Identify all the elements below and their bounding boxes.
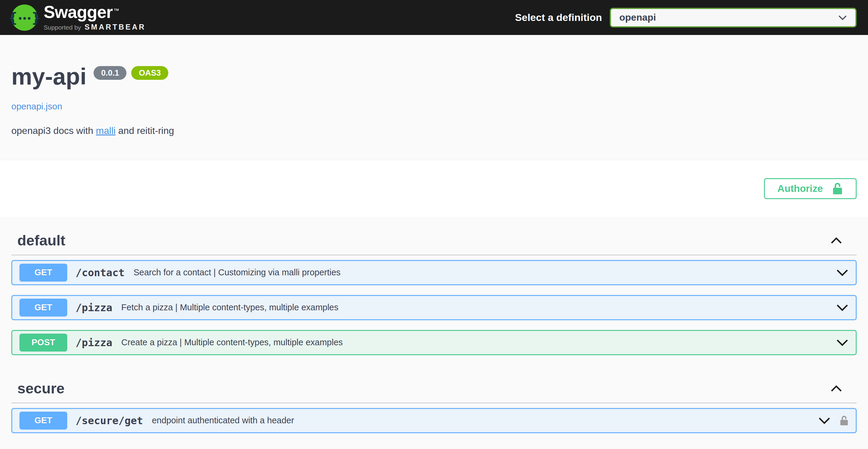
description-text: openapi3 docs with [11, 125, 96, 136]
page-title: my-api [11, 65, 86, 88]
collapse-section-button[interactable] [830, 385, 842, 392]
spec-url-link[interactable]: openapi.json [11, 101, 62, 112]
description-text: and reitit-ring [116, 125, 174, 136]
http-method-badge: GET [20, 299, 67, 317]
operation-path-link[interactable]: /pizza [75, 337, 113, 349]
chevron-down-icon[interactable] [836, 304, 848, 311]
authorize-label: Authorize [777, 183, 823, 194]
brand-text: Swagger™ Supported by SMARTBEAR [44, 4, 146, 31]
malli-link[interactable]: malli [96, 125, 116, 136]
tag-section-operations: GET /contact Search for a contact | Cust… [11, 260, 857, 355]
definition-area: Select a definition openapi [515, 8, 857, 28]
supported-by-prefix: Supported by [44, 24, 81, 31]
operation-row-controls [836, 339, 848, 347]
authorize-button[interactable]: Authorize [764, 178, 857, 199]
unlocked-padlock-icon [832, 182, 843, 195]
http-method-badge: POST [20, 334, 67, 352]
swagger-braces-icon: { } [11, 4, 38, 31]
lock-icon[interactable] [840, 415, 848, 426]
trademark-symbol: ™ [114, 7, 119, 14]
http-method-badge: GET [20, 264, 67, 281]
tag-section-title: default [17, 233, 65, 249]
supported-by: Supported by SMARTBEAR [44, 23, 146, 31]
tag-section-header[interactable]: default [11, 217, 857, 255]
operation-row-controls [836, 304, 848, 311]
brand-name: Swagger™ [44, 4, 146, 21]
chevron-down-icon [838, 15, 847, 20]
operations-container: default GET /contact Search for a contac… [0, 217, 868, 449]
api-description: openapi3 docs with malli and reitit-ring [11, 125, 857, 136]
definition-label: Select a definition [515, 12, 602, 23]
info-section: my-api 0.0.1 OAS3 openapi.json openapi3 … [0, 35, 868, 160]
operation-path-link[interactable]: /contact [75, 267, 125, 279]
operation-row[interactable]: GET /pizza Fetch a pizza | Multiple cont… [11, 295, 857, 320]
tag-section-operations: GET /secure/get endpoint authenticated w… [11, 408, 857, 433]
chevron-down-icon[interactable] [836, 269, 848, 276]
tag-section-header[interactable]: secure [11, 365, 857, 403]
scheme-container: Authorize [0, 160, 868, 217]
brace-open-glyph: { [8, 11, 18, 25]
operation-row[interactable]: GET /contact Search for a contact | Cust… [11, 260, 857, 285]
topbar: { } Swagger™ Supported by SMARTBEAR Sele… [0, 0, 868, 35]
operation-row[interactable]: POST /pizza Create a pizza | Multiple co… [11, 330, 857, 355]
chevron-up-icon [830, 237, 842, 244]
tag-section: default GET /contact Search for a contac… [11, 217, 857, 355]
smartbear-wordmark: SMARTBEAR [85, 23, 146, 31]
tag-section-title: secure [17, 381, 65, 397]
version-badges: 0.0.1 OAS3 [94, 66, 168, 80]
swagger-logo-link[interactable]: { } Swagger™ Supported by SMARTBEAR [11, 4, 146, 31]
collapse-section-button[interactable] [830, 237, 842, 244]
chevron-up-icon [830, 385, 842, 392]
version-badge: 0.0.1 [94, 66, 126, 80]
chevron-down-icon[interactable] [818, 417, 831, 424]
brace-close-glyph: } [31, 11, 41, 25]
operation-path-link[interactable]: /pizza [75, 302, 113, 313]
operation-row[interactable]: GET /secure/get endpoint authenticated w… [11, 408, 857, 433]
operation-row-controls [836, 269, 848, 276]
definition-selected-value: openapi [619, 12, 656, 23]
oas3-badge: OAS3 [131, 66, 168, 80]
operation-summary: Fetch a pizza | Multiple content-types, … [121, 302, 830, 312]
http-method-badge: GET [20, 412, 67, 429]
chevron-down-icon[interactable] [836, 339, 848, 347]
operation-path-link[interactable]: /secure/get [75, 415, 143, 426]
tag-section: secure GET /secure/get endpoint authenti… [11, 365, 857, 433]
operation-summary: Create a pizza | Multiple content-types,… [121, 337, 830, 347]
operation-row-controls [818, 415, 848, 426]
operation-summary: endpoint authenticated with a header [152, 416, 812, 425]
operation-summary: Search for a contact | Customizing via m… [134, 268, 830, 277]
logo-dots [19, 15, 30, 20]
definition-select[interactable]: openapi [610, 8, 857, 28]
